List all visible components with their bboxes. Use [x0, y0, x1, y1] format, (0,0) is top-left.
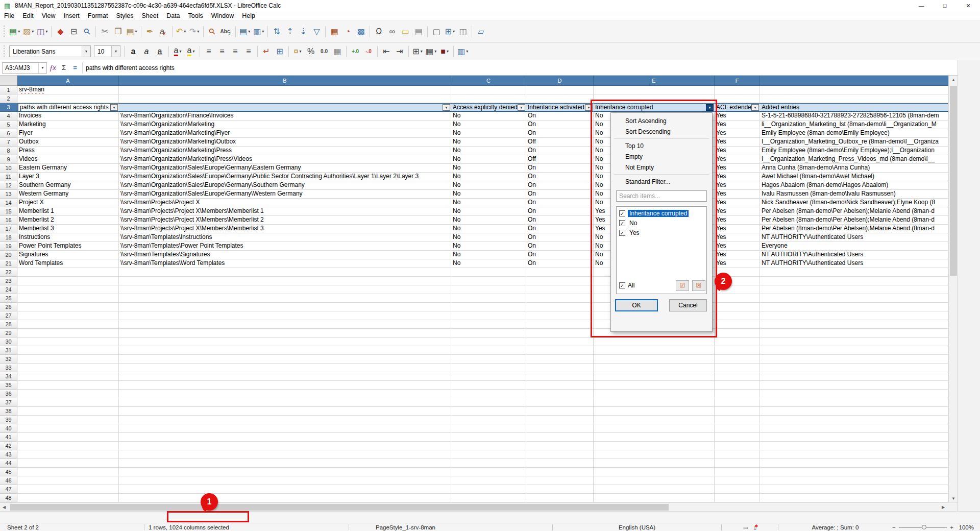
cell-E34[interactable] — [594, 372, 715, 381]
row-header-39[interactable]: 39 — [0, 416, 17, 424]
zoom-thumb[interactable] — [922, 525, 926, 529]
show-only-current-button[interactable]: ☑ — [676, 280, 689, 291]
cell-B4[interactable]: \\srv-8man\Organization\Finance\Invoices — [119, 112, 451, 120]
cell-A8[interactable]: Press — [17, 147, 119, 155]
cut-button[interactable]: ✂ — [99, 25, 111, 38]
background-color-button[interactable]: ■▾ — [438, 45, 451, 58]
row-header-11[interactable]: 11 — [0, 173, 17, 181]
cell-E35[interactable] — [594, 381, 715, 390]
cell-B18[interactable]: \\srv-8man\Templates\Instructions — [119, 233, 451, 242]
row-header-28[interactable]: 28 — [0, 320, 17, 329]
cell-E1[interactable] — [594, 86, 715, 94]
cell-D15[interactable]: On — [526, 207, 594, 216]
cell-G34[interactable] — [760, 372, 948, 381]
menu-sheet[interactable]: Sheet — [137, 11, 162, 20]
row-header-20[interactable]: 20 — [0, 251, 17, 259]
cell-D47[interactable] — [526, 485, 594, 494]
cell-F48[interactable] — [715, 494, 760, 502]
align-center-button[interactable]: ≡ — [216, 45, 228, 58]
cell-G45[interactable] — [760, 468, 948, 476]
cell-A37[interactable] — [17, 398, 119, 407]
cell-E40[interactable] — [594, 424, 715, 433]
cell-F30[interactable] — [715, 337, 760, 346]
cell-G24[interactable] — [760, 285, 948, 294]
cell-A20[interactable]: Signatures — [17, 251, 119, 259]
cell-G1[interactable] — [760, 86, 948, 94]
row-header-32[interactable]: 32 — [0, 355, 17, 364]
cell-F14[interactable]: Yes — [715, 199, 760, 207]
cell-C10[interactable]: No — [451, 164, 526, 173]
cell-D4[interactable]: On — [526, 112, 594, 120]
cell-F27[interactable] — [715, 311, 760, 320]
cell-D38[interactable] — [526, 407, 594, 416]
column-button[interactable]: ▥▾ — [252, 25, 265, 38]
cell-A28[interactable] — [17, 320, 119, 329]
bold-button[interactable]: a — [127, 45, 139, 58]
hyperlink-button[interactable]: ∞ — [386, 25, 398, 38]
special-character-button[interactable]: Ω — [373, 25, 385, 38]
cell-D22[interactable] — [526, 268, 594, 277]
cell-A34[interactable] — [17, 372, 119, 381]
menu-item-empty[interactable]: Empty — [611, 151, 712, 162]
cell-A19[interactable]: Power Point Templates — [17, 242, 119, 251]
cell-B20[interactable]: \\srv-8man\Templates\Signatures — [119, 251, 451, 259]
horizontal-scrollbar-thumb[interactable] — [10, 504, 669, 511]
cell-D37[interactable] — [526, 398, 594, 407]
insert-chart-button[interactable]: ◔ — [341, 25, 354, 38]
new-document-button[interactable]: ▤▾ — [8, 25, 21, 38]
filter-search-input[interactable] — [616, 190, 707, 202]
selection-mode-icon[interactable]: ▭ — [743, 525, 748, 530]
cell-G16[interactable]: Per Abelsen (8man-demo\Per Abelsen);Mela… — [760, 216, 948, 225]
cell-G9[interactable]: I__Organization_Marketing_Press_Videos_m… — [760, 155, 948, 164]
cell-B17[interactable]: \\srv-8man\Projects\Project X\Members\Me… — [119, 225, 451, 233]
cell-B48[interactable] — [119, 494, 451, 502]
cell-G20[interactable]: NT AUTHORITY\Authenticated Users — [760, 251, 948, 259]
cell-G33[interactable] — [760, 364, 948, 372]
cell-C4[interactable]: No — [451, 112, 526, 120]
menu-window[interactable]: Window — [207, 11, 238, 20]
cell-D46[interactable] — [526, 476, 594, 485]
chevron-down-icon[interactable]: ▾ — [111, 46, 120, 57]
cell-F2[interactable] — [715, 94, 760, 103]
document-modified-icon[interactable]: ▯✱ — [754, 525, 757, 530]
cell-E48[interactable] — [594, 494, 715, 502]
cell-D44[interactable] — [526, 459, 594, 468]
cell-E39[interactable] — [594, 416, 715, 424]
cell-D23[interactable] — [526, 277, 594, 285]
zoom-slider[interactable]: − + — [892, 524, 953, 530]
cell-F1[interactable] — [715, 86, 760, 94]
cell-A18[interactable]: Instructions — [17, 233, 119, 242]
spelling-button[interactable]: Abc✓ — [219, 25, 233, 38]
cell-A24[interactable] — [17, 285, 119, 294]
cell-D32[interactable] — [526, 355, 594, 364]
cell-B37[interactable] — [119, 398, 451, 407]
border-style-button[interactable]: ▦▾ — [425, 45, 437, 58]
row-header-21[interactable]: 21 — [0, 259, 17, 268]
cell-A40[interactable] — [17, 424, 119, 433]
cell-C26[interactable] — [451, 303, 526, 311]
cell-D30[interactable] — [526, 337, 594, 346]
font-color-button[interactable]: a▾ — [172, 45, 184, 58]
cell-D34[interactable] — [526, 372, 594, 381]
paste-button[interactable]: ▤▾ — [125, 25, 138, 38]
cell-B47[interactable] — [119, 485, 451, 494]
page-style-status[interactable]: PageStyle_1-srv-8man — [349, 524, 552, 530]
cell-A23[interactable] — [17, 277, 119, 285]
cell-A27[interactable] — [17, 311, 119, 320]
column-header-E[interactable]: E — [594, 76, 715, 86]
align-justified-button[interactable]: ≡ — [242, 45, 255, 58]
cell-D41[interactable] — [526, 433, 594, 442]
cell-C7[interactable]: No — [451, 138, 526, 147]
cell-G8[interactable]: Emily Employee (8man-demo\Emily Employee… — [760, 147, 948, 155]
clone-formatting-button[interactable]: ✒ — [144, 25, 156, 38]
row-header-13[interactable]: 13 — [0, 190, 17, 199]
cell-G47[interactable] — [760, 485, 948, 494]
cell-C5[interactable]: No — [451, 120, 526, 129]
scroll-right-icon[interactable]: ▶ — [939, 503, 947, 512]
row-header-40[interactable]: 40 — [0, 424, 17, 433]
cell-F18[interactable]: Yes — [715, 233, 760, 242]
cell-F29[interactable] — [715, 329, 760, 337]
cell-B9[interactable]: \\srv-8man\Organization\Marketing\Press\… — [119, 155, 451, 164]
cell-F19[interactable]: Yes — [715, 242, 760, 251]
cell-D43[interactable] — [526, 450, 594, 459]
